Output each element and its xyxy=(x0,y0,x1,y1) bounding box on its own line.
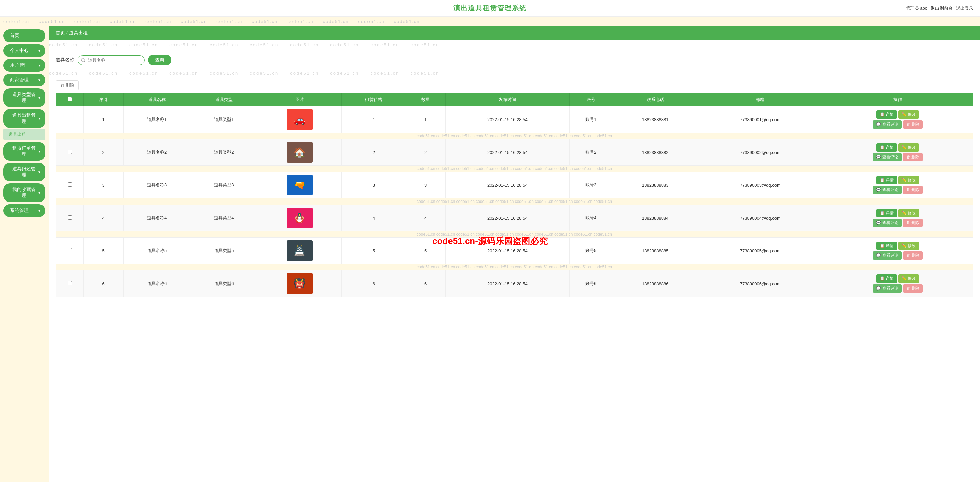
sidebar-item-home[interactable]: 首页 xyxy=(3,29,45,42)
link-logout[interactable]: 退出登录 xyxy=(956,5,973,11)
detail-button[interactable]: 📋 详情 xyxy=(876,176,897,185)
row-seq: 2 xyxy=(84,139,124,166)
row-name: 道具名称6 xyxy=(124,270,191,297)
sidebar-item-prop-rental[interactable]: 道具出租管理 ▼ xyxy=(3,109,45,128)
review-button[interactable]: 💬 查看评论 xyxy=(873,186,901,194)
row-type: 道具类型3 xyxy=(191,172,258,199)
chevron-down-icon: ▼ xyxy=(38,64,41,67)
table-row: 5 道具名称5 道具类型5 🏯 5 5 2022-01-15 16:28:54 … xyxy=(56,238,973,264)
row-qty: 5 xyxy=(406,238,445,264)
row-actions: 📋 详情 ✏️ 修改 💬 查看评论 🗑 删除 xyxy=(822,172,973,199)
link-front[interactable]: 退出到前台 xyxy=(931,5,953,11)
row-img: 👹 xyxy=(258,270,342,297)
row-checkbox[interactable] xyxy=(68,281,72,285)
submenu-item-prop-rental[interactable]: 道具出租 xyxy=(3,129,45,140)
delete-button[interactable]: 🗑 删除 xyxy=(903,219,923,227)
breadcrumb-home: 首页 xyxy=(56,30,65,35)
row-checkbox[interactable] xyxy=(68,183,72,187)
chevron-down-icon: ▼ xyxy=(38,150,41,153)
delete-button[interactable]: 🗑 删除 xyxy=(903,153,923,161)
sidebar-item-user-mgmt[interactable]: 用户管理 ▼ xyxy=(3,59,45,72)
table-row: 3 道具名称3 道具类型3 🔫 3 3 2022-01-15 16:28:54 … xyxy=(56,172,973,199)
detail-button[interactable]: 📋 详情 xyxy=(876,143,897,152)
sidebar-item-collect-mgmt[interactable]: 我的收藏管理 ▼ xyxy=(3,183,45,202)
row-price: 6 xyxy=(342,270,406,297)
detail-button[interactable]: 📋 详情 xyxy=(876,209,897,217)
row-price: 1 xyxy=(342,107,406,133)
row-email: 773890001@qq.com xyxy=(698,107,822,133)
sidebar-item-personal[interactable]: 个人中心 ▼ xyxy=(3,44,45,57)
detail-button[interactable]: 📋 详情 xyxy=(876,242,897,250)
prop-rental-submenu: 道具出租 xyxy=(3,129,45,140)
delete-button[interactable]: 🗑 删除 xyxy=(903,251,923,260)
row-seq: 4 xyxy=(84,205,124,231)
col-account: 账号 xyxy=(570,93,612,107)
query-button[interactable]: 查询 xyxy=(148,54,171,65)
select-all-checkbox[interactable] xyxy=(68,97,72,102)
edit-button[interactable]: ✏️ 修改 xyxy=(898,274,919,283)
row-qty: 3 xyxy=(406,172,445,199)
batch-delete-button[interactable]: 🗑 删除 xyxy=(56,80,79,91)
table-row: 4 道具名称4 道具类型4 🪆 4 4 2022-01-15 16:28:54 … xyxy=(56,205,973,231)
delete-button[interactable]: 🗑 删除 xyxy=(903,284,923,293)
watermark-line-2: code51.cn code51.cn code51.cn code51.cn … xyxy=(49,68,980,78)
detail-button[interactable]: 📋 详情 xyxy=(876,274,897,283)
sidebar-item-order-mgmt[interactable]: 租赁订单管理 ▼ xyxy=(3,142,45,161)
edit-button[interactable]: ✏️ 修改 xyxy=(898,143,919,152)
row-account: 账号6 xyxy=(570,270,612,297)
table-row: 1 道具名称1 道具类型1 🚗 1 1 2022-01-15 16:28:54 … xyxy=(56,107,973,133)
review-button[interactable]: 💬 查看评论 xyxy=(873,120,901,129)
row-img: 🔫 xyxy=(258,172,342,199)
row-time: 2022-01-15 16:28:54 xyxy=(445,238,570,264)
row-type: 道具类型4 xyxy=(191,205,258,231)
edit-button[interactable]: ✏️ 修改 xyxy=(898,209,919,217)
row-email: 773890003@qq.com xyxy=(698,172,822,199)
row-account: 账号1 xyxy=(570,107,612,133)
row-email: 773890002@qq.com xyxy=(698,139,822,166)
row-checkbox[interactable] xyxy=(68,248,72,252)
row-checkbox[interactable] xyxy=(68,150,72,154)
watermark-data-row: code51.cn code51.cn code51.cn code51.cn … xyxy=(56,264,973,270)
row-price: 3 xyxy=(342,172,406,199)
search-label: 道具名称 xyxy=(56,57,74,63)
row-qty: 4 xyxy=(406,205,445,231)
delete-button[interactable]: 🗑 删除 xyxy=(903,186,923,194)
delete-button[interactable]: 🗑 删除 xyxy=(903,120,923,129)
col-type: 道具类型 xyxy=(191,93,258,107)
row-actions: 📋 详情 ✏️ 修改 💬 查看评论 🗑 删除 xyxy=(822,238,973,264)
row-checkbox[interactable] xyxy=(68,117,72,121)
sidebar-item-return-mgmt[interactable]: 道具归还管理 ▼ xyxy=(3,163,45,181)
detail-button[interactable]: 📋 详情 xyxy=(876,110,897,119)
review-button[interactable]: 💬 查看评论 xyxy=(873,251,901,260)
sidebar-item-prop-type[interactable]: 道具类型管理 ▼ xyxy=(3,88,45,107)
header-right: 管理员 abo 退出到前台 退出登录 xyxy=(906,5,973,11)
row-checkbox[interactable] xyxy=(68,215,72,220)
watermark-line-1: code51.cn code51.cn code51.cn code51.cn … xyxy=(49,40,980,49)
review-button[interactable]: 💬 查看评论 xyxy=(873,153,901,161)
row-time: 2022-01-15 16:28:54 xyxy=(445,205,570,231)
col-qty: 数量 xyxy=(406,93,445,107)
row-type: 道具类型6 xyxy=(191,270,258,297)
row-phone: 13823888886 xyxy=(612,270,698,297)
table-header-row: 序引 道具名称 道具类型 图片 租赁价格 数量 发布时间 账号 联系电话 邮箱 … xyxy=(56,93,973,107)
edit-button[interactable]: ✏️ 修改 xyxy=(898,176,919,185)
review-button[interactable]: 💬 查看评论 xyxy=(873,219,901,227)
sidebar-item-sys-mgmt[interactable]: 系统管理 ▼ xyxy=(3,204,45,217)
search-input[interactable] xyxy=(78,55,145,65)
chevron-down-icon: ▼ xyxy=(38,96,41,100)
edit-button[interactable]: ✏️ 修改 xyxy=(898,110,919,119)
row-actions: 📋 详情 ✏️ 修改 💬 查看评论 🗑 删除 xyxy=(822,205,973,231)
prop-thumbnail: 👹 xyxy=(286,273,313,294)
row-seq: 1 xyxy=(84,107,124,133)
breadcrumb: 首页 / 道具出租 xyxy=(49,26,980,40)
review-button[interactable]: 💬 查看评论 xyxy=(873,284,901,293)
row-type: 道具类型1 xyxy=(191,107,258,133)
edit-button[interactable]: ✏️ 修改 xyxy=(898,242,919,250)
watermark-data-row: code51.cn code51.cn code51.cn code51.cn … xyxy=(56,133,973,139)
row-qty: 1 xyxy=(406,107,445,133)
row-email: 773890005@qq.com xyxy=(698,238,822,264)
sidebar-item-merchant-mgmt[interactable]: 商家管理 ▼ xyxy=(3,74,45,86)
row-name: 道具名称5 xyxy=(124,238,191,264)
row-img: 🏯 xyxy=(258,238,342,264)
chevron-down-icon: ▼ xyxy=(38,49,41,52)
